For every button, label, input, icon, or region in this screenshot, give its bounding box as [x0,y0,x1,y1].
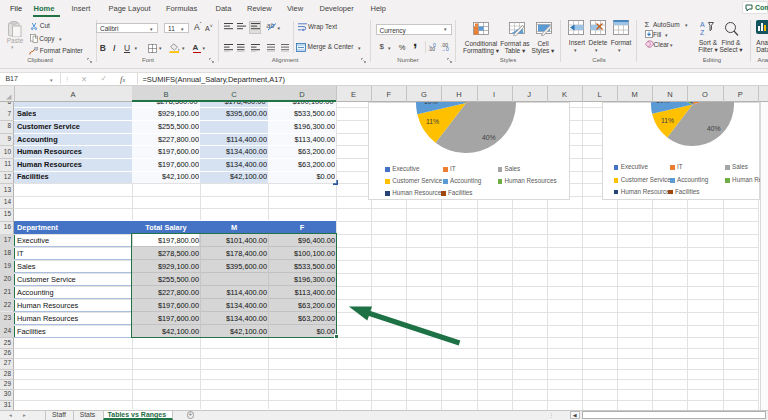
svg-text:A: A [700,21,705,28]
svg-text:Z: Z [700,29,705,36]
